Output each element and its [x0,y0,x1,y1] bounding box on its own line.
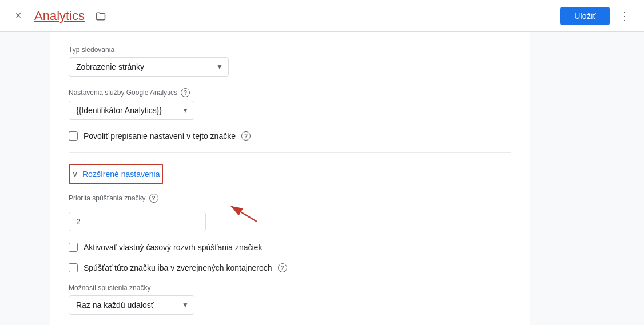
help-icon-fire-published[interactable]: ? [278,263,287,272]
firing-options-label: Možnosti spustenia značky [69,284,511,292]
analytics-settings-label: Nastavenia služby Google Analytics ? [69,88,511,97]
priority-input[interactable] [69,212,206,231]
activate-schedule-label[interactable]: Aktivovať vlastný časový rozvrh spúšťani… [84,243,262,252]
activate-schedule-checkbox[interactable] [69,243,78,252]
page-title: Analytics [34,9,85,23]
close-icon: × [15,10,22,22]
folder-icon [95,10,106,22]
tracking-type-select[interactable]: Zobrazenie stránky [69,57,229,77]
fire-published-label[interactable]: Spúšťať túto značku iba v zverejnených k… [84,263,272,272]
analytics-identifier-select[interactable]: {{Identifikátor Analytics}} [69,101,194,120]
red-arrow-annotation [225,202,260,224]
tracking-type-wrapper: Zobrazenie stránky ▼ [69,57,229,77]
chevron-down-icon-3: ∨ [72,170,78,179]
help-icon-override[interactable]: ? [241,131,251,141]
allow-override-label[interactable]: Povoliť prepisanie nastavení v tejto zna… [84,131,236,141]
advanced-settings-toggle[interactable]: ∨ Rozšírené nastavenia [69,164,163,184]
arrow-container [69,206,511,231]
allow-override-checkbox[interactable] [69,131,78,141]
fire-published-section: Spúšťať túto značku iba v zverejnených k… [69,263,511,272]
content-area: Typ sledovania Zobrazenie stránky ▼ Nast… [50,32,530,325]
fire-published-checkbox[interactable] [69,263,78,272]
save-button[interactable]: Uložiť [560,7,610,25]
allow-override-section: Povoliť prepisanie nastavení v tejto zna… [69,131,511,141]
firing-options-select[interactable]: Raz na každú udalosť [69,295,194,315]
firing-options-section: Možnosti spustenia značky Raz na každú u… [69,284,511,315]
more-options-button[interactable]: ⋮ [614,6,635,26]
right-panel [530,32,644,325]
sidebar [0,32,50,325]
analytics-settings-section: Nastavenia služby Google Analytics ? {{I… [69,88,511,120]
tracking-type-label: Typ sledovania [69,46,511,54]
advanced-settings-label: Rozšírené nastavenia [82,170,160,179]
tracking-type-section: Typ sledovania Zobrazenie stránky ▼ [69,46,511,77]
firing-options-wrapper: Raz na každú udalosť ▼ [69,295,194,315]
fire-published-row: Spúšťať túto značku iba v zverejnených k… [69,263,511,272]
header-left: × Analytics [9,7,110,25]
activate-schedule-row: Aktivovať vlastný časový rozvrh spúšťani… [69,243,511,252]
help-icon-priority[interactable]: ? [149,194,158,203]
allow-override-row: Povoliť prepisanie nastavení v tejto zna… [69,131,511,141]
activate-schedule-section: Aktivovať vlastný časový rozvrh spúšťani… [69,243,511,252]
priority-label: Priorita spúšťania značky ? [69,194,511,203]
more-icon: ⋮ [619,9,630,23]
priority-section: Priorita spúšťania značky ? [69,194,511,231]
header-right: Uložiť ⋮ [560,6,635,26]
divider [69,152,511,153]
folder-button[interactable] [92,7,110,25]
analytics-identifier-wrapper: {{Identifikátor Analytics}} ▼ [69,101,194,120]
help-icon[interactable]: ? [181,88,190,97]
close-button[interactable]: × [9,7,27,25]
main-layout: Typ sledovania Zobrazenie stránky ▼ Nast… [0,32,644,325]
header: × Analytics Uložiť ⋮ [0,0,644,32]
